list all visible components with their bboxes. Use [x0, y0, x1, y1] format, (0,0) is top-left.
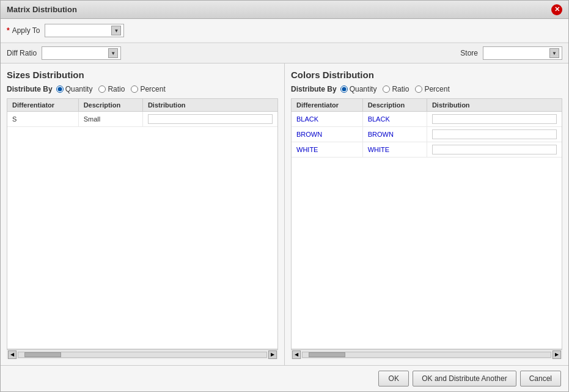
- diff-ratio-dropdown[interactable]: ▼: [42, 46, 121, 60]
- colors-percent-radio[interactable]: Percent: [415, 85, 449, 93]
- store-label: Store: [460, 49, 478, 57]
- sizes-distribute-by-row: Distribute By Quantity Ratio Percent: [7, 85, 278, 93]
- sizes-table: Differentiator Description Distribution …: [7, 99, 277, 127]
- colors-ratio-input[interactable]: [383, 85, 390, 93]
- store-dropdown-arrow[interactable]: ▼: [549, 48, 559, 58]
- colors-brown-input[interactable]: [432, 129, 557, 139]
- required-marker: *: [7, 26, 10, 35]
- sizes-table-container: Differentiator Description Distribution …: [7, 98, 278, 349]
- sizes-quantity-label: Quantity: [65, 85, 93, 93]
- cancel-button[interactable]: Cancel: [520, 371, 561, 387]
- colors-black-desc: BLACK: [362, 112, 427, 127]
- colors-black-desc-link[interactable]: BLACK: [368, 115, 390, 123]
- sizes-differentiator-cell: S: [7, 112, 78, 127]
- close-button[interactable]: ✕: [551, 4, 562, 15]
- title-bar: Matrix Distribution ✕: [1, 1, 568, 19]
- colors-percent-label: Percent: [424, 85, 449, 93]
- colors-quantity-radio[interactable]: Quantity: [340, 85, 377, 93]
- colors-scroll-track[interactable]: [302, 352, 551, 358]
- sizes-tbody: S Small: [7, 112, 277, 127]
- colors-white-dist: [427, 142, 562, 158]
- colors-brown-desc: BROWN: [362, 127, 427, 142]
- colors-brown-dist: [427, 127, 562, 142]
- sizes-percent-radio[interactable]: Percent: [131, 85, 165, 93]
- colors-radio-group: Quantity Ratio Percent: [340, 85, 450, 93]
- sizes-description-cell: Small: [78, 112, 142, 127]
- sizes-title: Sizes Distribution: [7, 70, 278, 80]
- colors-table-container: Differentiator Description Distribution …: [291, 98, 562, 349]
- table-row: BROWN BROWN: [292, 127, 562, 142]
- diff-ratio-store-row: Diff Ratio ▼ Store ▼: [1, 43, 568, 64]
- sizes-percent-input[interactable]: [131, 85, 138, 93]
- colors-black-diff: BLACK: [292, 112, 362, 127]
- colors-brown-diff: BROWN: [292, 127, 362, 142]
- sizes-scroll-right[interactable]: ▶: [268, 350, 277, 359]
- colors-panel: Colors Distribution Distribute By Quanti…: [285, 64, 568, 365]
- sizes-col-distribution: Distribution: [142, 99, 277, 112]
- sizes-distribution-cell: [142, 112, 277, 127]
- colors-scrollbar: ◀ ▶: [291, 349, 562, 359]
- table-row: S Small: [7, 112, 277, 127]
- colors-ratio-label: Ratio: [392, 85, 409, 93]
- colors-black-dist: [427, 112, 562, 127]
- colors-brown-link[interactable]: BROWN: [296, 131, 322, 138]
- diff-ratio-label: Diff Ratio: [7, 49, 37, 57]
- colors-ratio-radio[interactable]: Ratio: [383, 85, 409, 93]
- sizes-scroll-track[interactable]: [18, 352, 267, 358]
- sizes-col-description: Description: [78, 99, 142, 112]
- sizes-panel: Sizes Distribution Distribute By Quantit…: [1, 64, 285, 365]
- sizes-ratio-label: Ratio: [108, 85, 125, 93]
- ok-distribute-button[interactable]: OK and Distribute Another: [413, 371, 516, 387]
- colors-col-differentiator: Differentiator: [292, 99, 362, 112]
- ok-button[interactable]: OK: [378, 371, 409, 387]
- sizes-scroll-thumb: [24, 352, 61, 357]
- colors-white-diff: WHITE: [292, 142, 362, 158]
- colors-white-link[interactable]: WHITE: [296, 146, 318, 153]
- colors-scroll-left[interactable]: ◀: [292, 350, 301, 359]
- diff-ratio-dropdown-arrow[interactable]: ▼: [108, 48, 118, 58]
- colors-scroll-thumb: [309, 352, 345, 357]
- colors-white-desc: WHITE: [362, 142, 427, 158]
- sizes-distribute-by-label: Distribute By: [7, 85, 53, 93]
- colors-black-link[interactable]: BLACK: [296, 115, 318, 123]
- apply-to-label: Apply To: [12, 26, 40, 35]
- sizes-distribution-input[interactable]: [148, 114, 273, 124]
- colors-title: Colors Distribution: [291, 70, 562, 80]
- colors-percent-input[interactable]: [415, 85, 422, 93]
- sizes-scroll-left[interactable]: ◀: [8, 350, 17, 359]
- colors-quantity-input[interactable]: [340, 85, 348, 93]
- main-content: Sizes Distribution Distribute By Quantit…: [1, 64, 568, 365]
- sizes-scrollbar: ◀ ▶: [7, 349, 278, 359]
- colors-scroll-right[interactable]: ▶: [552, 350, 561, 359]
- colors-brown-desc-link[interactable]: BROWN: [368, 131, 394, 138]
- colors-distribute-by-label: Distribute By: [291, 85, 337, 93]
- sizes-table-header: Differentiator Description Distribution: [7, 99, 277, 112]
- sizes-ratio-radio[interactable]: Ratio: [98, 85, 125, 93]
- sizes-radio-group: Quantity Ratio Percent: [56, 85, 166, 93]
- matrix-distribution-dialog: Matrix Distribution ✕ * Apply To ▼ Diff …: [0, 0, 569, 392]
- store-dropdown[interactable]: ▼: [483, 46, 562, 60]
- table-row: BLACK BLACK: [292, 112, 562, 127]
- colors-col-description: Description: [362, 99, 427, 112]
- store-section: Store ▼: [460, 46, 562, 60]
- diff-ratio-section: Diff Ratio ▼: [7, 46, 121, 60]
- colors-white-input[interactable]: [432, 145, 557, 154]
- sizes-quantity-input[interactable]: [56, 85, 64, 93]
- apply-to-dropdown-arrow[interactable]: ▼: [111, 26, 121, 35]
- sizes-percent-label: Percent: [140, 85, 165, 93]
- sizes-ratio-input[interactable]: [98, 85, 106, 93]
- colors-col-distribution: Distribution: [427, 99, 562, 112]
- colors-table-header: Differentiator Description Distribution: [292, 99, 562, 112]
- colors-table: Differentiator Description Distribution …: [292, 99, 562, 158]
- sizes-col-differentiator: Differentiator: [7, 99, 78, 112]
- colors-black-input[interactable]: [432, 114, 557, 124]
- colors-white-desc-link[interactable]: WHITE: [368, 146, 389, 153]
- apply-to-row: * Apply To ▼: [1, 19, 568, 43]
- table-row: WHITE WHITE: [292, 142, 562, 158]
- apply-to-dropdown[interactable]: ▼: [45, 24, 124, 37]
- footer: OK OK and Distribute Another Cancel: [1, 365, 568, 391]
- colors-distribute-by-row: Distribute By Quantity Ratio Percent: [291, 85, 562, 93]
- colors-quantity-label: Quantity: [350, 85, 377, 93]
- colors-tbody: BLACK BLACK BROWN BROWN: [292, 112, 562, 158]
- sizes-quantity-radio[interactable]: Quantity: [56, 85, 93, 93]
